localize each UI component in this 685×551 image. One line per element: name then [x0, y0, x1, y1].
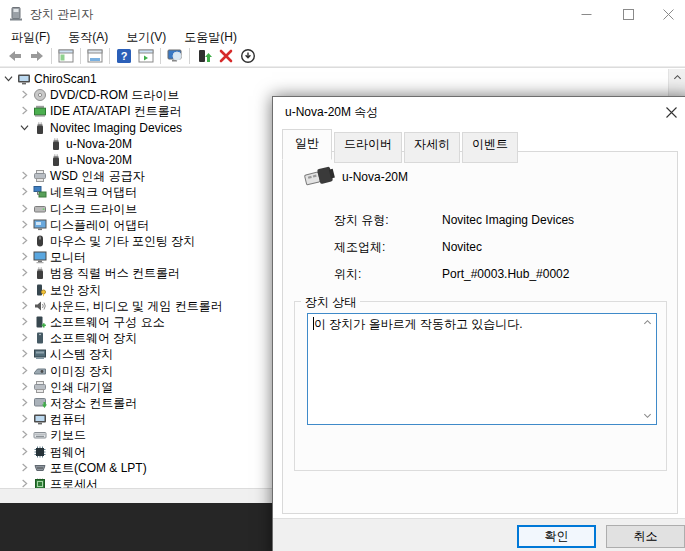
field-label: 장치 유형: [334, 212, 442, 229]
tree-item-label[interactable]: 디스플레이 어댑터 [50, 217, 149, 233]
tree-item-label[interactable]: Novitec Imaging Devices [50, 120, 182, 136]
tree-item-label[interactable]: 디스크 드라이브 [50, 201, 137, 217]
svg-text:?: ? [121, 50, 128, 62]
tree-item-label[interactable]: 포트(COM & LPT) [50, 460, 147, 476]
update-driver-icon[interactable] [193, 46, 215, 66]
usb-device-icon [33, 266, 47, 280]
port-icon [33, 461, 47, 475]
chevron-collapsed-icon[interactable] [18, 428, 31, 441]
close-icon[interactable] [653, 0, 683, 28]
tree-item-label[interactable]: 모니터 [50, 249, 86, 265]
cancel-button[interactable]: 취소 [606, 525, 685, 548]
system-device-icon [33, 347, 47, 361]
chevron-collapsed-icon[interactable] [18, 218, 31, 231]
maximize-icon[interactable] [613, 0, 643, 28]
menu-bar: 파일(F)동작(A)보기(V)도움말(H) [0, 28, 685, 46]
tree-item-label[interactable]: 이미징 장치 [50, 363, 113, 379]
tab-1[interactable]: 드라이버 [334, 132, 402, 163]
device-status-textarea[interactable]: 이 장치가 올바르게 작동하고 있습니다. [307, 313, 657, 425]
imaging-device-icon [33, 364, 47, 378]
dialog-close-icon[interactable] [663, 104, 680, 121]
processor-icon [33, 477, 47, 488]
tree-item-label[interactable]: 컴퓨터 [50, 411, 86, 427]
device-status-group: 장치 상태 이 장치가 올바르게 작동하고 있습니다. [294, 301, 667, 471]
tab-3[interactable]: 이벤트 [462, 132, 518, 163]
ide-controller-icon [33, 104, 47, 118]
tree-item-label[interactable]: 프로세서 [50, 476, 98, 488]
chevron-collapsed-icon[interactable] [18, 380, 31, 393]
tab-2[interactable]: 자세히 [404, 132, 460, 163]
menu-item-1[interactable]: 동작(A) [59, 28, 117, 47]
chevron-collapsed-icon[interactable] [18, 461, 31, 474]
tree-item-label[interactable]: 마우스 및 기타 포인팅 장치 [50, 233, 195, 249]
chevron-collapsed-icon[interactable] [18, 396, 31, 409]
action-pane-icon[interactable] [135, 46, 157, 66]
tree-item-label[interactable]: 펌웨어 [50, 444, 86, 460]
chevron-collapsed-icon[interactable] [18, 104, 31, 117]
chevron-collapsed-icon[interactable] [18, 266, 31, 279]
chevron-collapsed-icon[interactable] [18, 412, 31, 425]
scroll-up-icon[interactable] [669, 69, 685, 86]
chevron-collapsed-icon[interactable] [18, 331, 31, 344]
tree-item-label[interactable]: 키보드 [50, 427, 86, 443]
toolbar-separator [160, 48, 161, 64]
tab-0[interactable]: 일반 [282, 129, 332, 160]
properties-dialog: u-Nova-20M 속성 일반드라이버자세히이벤트 u-Nova-20 [272, 96, 685, 551]
scroll-down-icon [643, 411, 652, 420]
chevron-collapsed-icon[interactable] [18, 445, 31, 458]
chevron-collapsed-icon[interactable] [18, 88, 31, 101]
chevron-expanded-icon[interactable] [18, 121, 31, 134]
tree-item-label[interactable]: 저장소 컨트롤러 [50, 395, 137, 411]
window-title: 장치 관리자 [30, 6, 93, 23]
tree-item-label[interactable]: WSD 인쇄 공급자 [50, 168, 145, 184]
tree-item-label[interactable]: 사운드, 비디오 및 게임 컨트롤러 [50, 298, 223, 314]
ok-button[interactable]: 확인 [517, 525, 596, 548]
menu-item-2[interactable]: 보기(V) [117, 28, 175, 47]
tree-item-label[interactable]: IDE ATA/ATAPI 컨트롤러 [50, 103, 182, 119]
tree-item-label[interactable]: DVD/CD-ROM 드라이브 [50, 87, 179, 103]
forward-icon[interactable] [26, 46, 48, 66]
tree-item-label[interactable]: 인쇄 대기열 [50, 379, 113, 395]
disable-device-icon[interactable] [237, 46, 259, 66]
security-device-icon [33, 283, 47, 297]
tree-item-label[interactable]: 보안 장치 [50, 282, 101, 298]
chevron-collapsed-icon[interactable] [18, 347, 31, 360]
storage-controller-icon [33, 396, 47, 410]
chevron-collapsed-icon[interactable] [18, 250, 31, 263]
chevron-collapsed-icon[interactable] [18, 299, 31, 312]
uninstall-device-icon[interactable] [215, 46, 237, 66]
properties-icon[interactable] [84, 46, 106, 66]
chevron-collapsed-icon[interactable] [18, 315, 31, 328]
tree-item-label[interactable]: 네트워크 어댑터 [50, 184, 137, 200]
chevron-collapsed-icon[interactable] [18, 477, 31, 488]
tree-item-label[interactable]: 시스템 장치 [50, 346, 113, 362]
back-icon[interactable] [4, 46, 26, 66]
tree-item-label[interactable]: 소프트웨어 장치 [50, 330, 137, 346]
chevron-collapsed-icon[interactable] [18, 283, 31, 296]
dialog-title: u-Nova-20M 속성 [285, 104, 378, 121]
help-icon[interactable]: ? [113, 46, 135, 66]
toolbar-separator [189, 48, 190, 64]
console-tree-icon[interactable] [55, 46, 77, 66]
screen: 장치 관리자 파일(F)동작(A)보기(V)도움말(H) ? 프로세서포트(CO… [0, 0, 685, 551]
tree-item-label[interactable]: 범용 직렬 버스 컨트롤러 [50, 265, 180, 281]
field-row-2: 위치:Port_#0003.Hub_#0002 [334, 266, 569, 283]
textarea-scrollbar[interactable] [640, 315, 655, 423]
tree-item-label[interactable]: 소프트웨어 구성 요소 [50, 314, 165, 330]
minimize-icon[interactable] [571, 0, 601, 28]
sound-icon [33, 299, 47, 313]
chevron-collapsed-icon[interactable] [18, 234, 31, 247]
mouse-icon [33, 234, 47, 248]
menu-item-3[interactable]: 도움말(H) [175, 28, 246, 47]
chevron-collapsed-icon[interactable] [18, 202, 31, 215]
chevron-collapsed-icon[interactable] [18, 185, 31, 198]
chevron-collapsed-icon[interactable] [18, 364, 31, 377]
tree-item-label[interactable]: ChiroScan1 [34, 71, 97, 87]
chevron-expanded-icon[interactable] [2, 72, 15, 85]
tree-item-label[interactable]: u-Nova-20M [66, 152, 132, 168]
menu-item-0[interactable]: 파일(F) [2, 28, 59, 47]
keyboard-icon [33, 428, 47, 442]
chevron-collapsed-icon[interactable] [18, 169, 31, 182]
scan-hardware-changes-icon[interactable] [164, 46, 186, 66]
tree-item-label[interactable]: u-Nova-20M [66, 136, 132, 152]
